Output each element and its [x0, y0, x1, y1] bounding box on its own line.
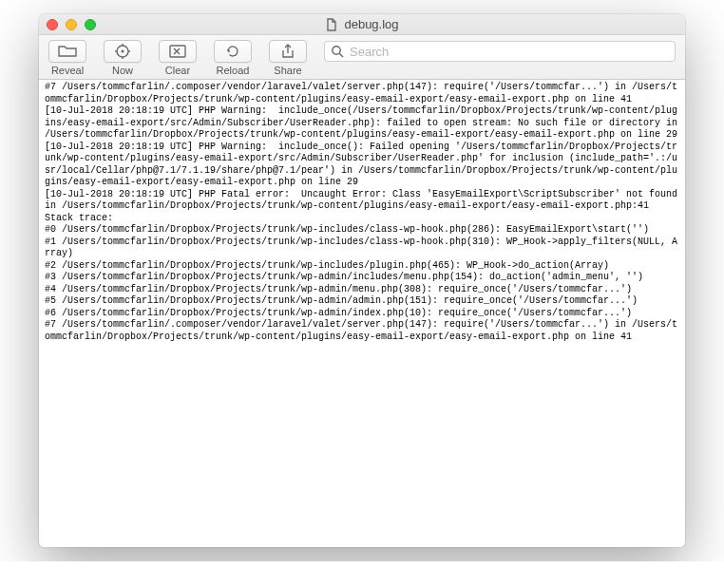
search-field-wrap	[324, 41, 676, 62]
window-title: debug.log	[344, 17, 398, 31]
share-label: Share	[274, 65, 301, 76]
svg-line-10	[339, 53, 343, 57]
zoom-button[interactable]	[85, 19, 96, 30]
search-icon	[331, 45, 344, 58]
clear-label: Clear	[165, 65, 190, 76]
titlebar: debug.log	[39, 14, 685, 35]
reload-button[interactable]: Reload	[214, 40, 252, 76]
svg-rect-6	[170, 46, 185, 57]
reload-label: Reload	[217, 65, 250, 76]
minimize-button[interactable]	[66, 19, 77, 30]
close-button[interactable]	[47, 19, 58, 30]
reload-icon	[224, 43, 241, 60]
reveal-button[interactable]: Reveal	[48, 40, 86, 76]
now-label: Now	[112, 65, 133, 76]
now-button[interactable]: Now	[104, 40, 142, 76]
log-content[interactable]: #7 /Users/tommcfarlin/.composer/vendor/l…	[39, 80, 685, 547]
share-button[interactable]: Share	[269, 40, 307, 76]
window-title-area: debug.log	[47, 17, 677, 31]
document-icon	[325, 18, 338, 31]
clear-icon	[168, 44, 187, 59]
svg-point-1	[122, 50, 124, 53]
folder-icon	[57, 44, 78, 59]
toolbar: Reveal Now Clear Reload Share	[39, 35, 685, 80]
search-input[interactable]	[324, 41, 676, 62]
clear-button[interactable]: Clear	[159, 40, 197, 76]
svg-point-9	[333, 47, 340, 54]
target-icon	[114, 43, 131, 60]
reveal-label: Reveal	[51, 65, 84, 76]
share-icon	[280, 43, 295, 60]
app-window: debug.log Reveal Now Clear Reload	[39, 14, 685, 547]
traffic-lights	[47, 19, 96, 30]
